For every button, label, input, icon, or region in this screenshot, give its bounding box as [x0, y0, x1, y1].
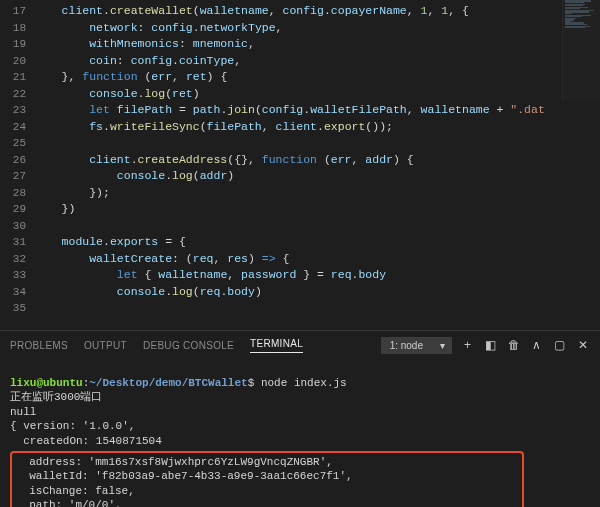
line-number: 26 — [0, 152, 26, 169]
line-number: 30 — [0, 218, 26, 235]
code-line: console.log(req.body) — [34, 284, 600, 301]
code-line: }, function (err, ret) { — [34, 69, 600, 86]
line-number: 21 — [0, 69, 26, 86]
code-line: let { walletname, password } = req.body — [34, 267, 600, 284]
line-number: 27 — [0, 168, 26, 185]
line-number-gutter: 17181920212223242526272829303132333435 — [0, 0, 34, 330]
line-number: 23 — [0, 102, 26, 119]
line-number: 31 — [0, 234, 26, 251]
code-line: console.log(addr) — [34, 168, 600, 185]
kill-terminal-icon[interactable]: 🗑 — [506, 338, 521, 352]
terminal-cwd: ~/Desktop/demo/BTCWallet — [89, 377, 247, 389]
line-number: 35 — [0, 300, 26, 317]
tab-terminal[interactable]: TERMINAL — [250, 338, 303, 353]
code-line: network: config.networkType, — [34, 20, 600, 37]
line-number: 28 — [0, 185, 26, 202]
line-number: 32 — [0, 251, 26, 268]
code-line — [34, 135, 600, 152]
line-number: 24 — [0, 119, 26, 136]
code-line: fs.writeFileSync(filePath, client.export… — [34, 119, 600, 136]
line-number: 19 — [0, 36, 26, 53]
line-number: 17 — [0, 3, 26, 20]
line-number: 33 — [0, 267, 26, 284]
line-number: 29 — [0, 201, 26, 218]
toggle-panel-icon[interactable]: ▢ — [552, 338, 567, 352]
split-terminal-icon[interactable]: ◧ — [483, 338, 498, 352]
maximize-panel-icon[interactable]: ∧ — [529, 338, 544, 352]
new-terminal-icon[interactable]: + — [460, 338, 475, 352]
code-content[interactable]: client.createWallet(walletname, config.c… — [34, 0, 600, 330]
terminal-line: null — [10, 406, 36, 418]
line-number: 18 — [0, 20, 26, 37]
terminal-line: { version: '1.0.0', — [10, 420, 135, 432]
line-number: 25 — [0, 135, 26, 152]
line-number: 20 — [0, 53, 26, 70]
terminal-user: lixu@ubuntu — [10, 377, 83, 389]
tab-debug-console[interactable]: DEBUG CONSOLE — [143, 340, 234, 351]
code-line: withMnemonics: mnemonic, — [34, 36, 600, 53]
code-line — [34, 218, 600, 235]
terminal-highlight-box: address: 'mm16s7xsf8Wjwxhprc6YzLW9gVncqZ… — [10, 451, 524, 507]
code-line: module.exports = { — [34, 234, 600, 251]
code-line: let filePath = path.join(config.walletFi… — [34, 102, 600, 119]
minimap[interactable] — [562, 0, 600, 100]
tab-output[interactable]: OUTPUT — [84, 340, 127, 351]
bottom-panel: PROBLEMS OUTPUT DEBUG CONSOLE TERMINAL 1… — [0, 330, 600, 507]
line-number: 22 — [0, 86, 26, 103]
code-line: console.log(ret) — [34, 86, 600, 103]
code-line: }); — [34, 185, 600, 202]
code-line: client.createAddress({}, function (err, … — [34, 152, 600, 169]
panel-tab-bar: PROBLEMS OUTPUT DEBUG CONSOLE TERMINAL 1… — [0, 331, 600, 359]
code-line: client.createWallet(walletname, config.c… — [34, 3, 600, 20]
terminal-line: createdOn: 1540871504 — [10, 435, 162, 447]
editor-pane: 17181920212223242526272829303132333435 c… — [0, 0, 600, 330]
close-panel-icon[interactable]: ✕ — [575, 338, 590, 352]
tab-problems[interactable]: PROBLEMS — [10, 340, 68, 351]
terminal-content[interactable]: lixu@ubuntu:~/Desktop/demo/BTCWallet$ no… — [0, 359, 600, 507]
code-line: coin: config.coinType, — [34, 53, 600, 70]
code-line: }) — [34, 201, 600, 218]
terminal-line: 正在监听3000端口 — [10, 391, 102, 403]
code-line: walletCreate: (req, res) => { — [34, 251, 600, 268]
terminal-command: node index.js — [261, 377, 347, 389]
terminal-selector[interactable]: 1: node — [381, 337, 452, 354]
line-number: 34 — [0, 284, 26, 301]
code-line — [34, 300, 600, 317]
